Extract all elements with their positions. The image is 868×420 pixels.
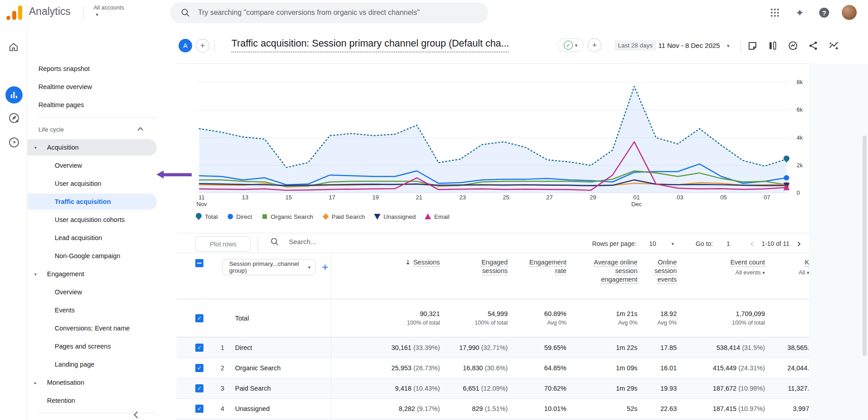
sidebar-item-pages-and-screens[interactable]: Pages and screens: [28, 337, 160, 355]
page-scrollbar[interactable]: [863, 136, 867, 356]
sidebar-item-landing-page[interactable]: Landing page: [28, 355, 160, 373]
legend-item-paid-search[interactable]: Paid Search: [322, 213, 365, 220]
gemini-sparkle-icon[interactable]: ✦: [794, 7, 806, 19]
sidebar-item-label: Retention: [47, 397, 75, 404]
sidebar-item-user-acquisition[interactable]: User acquisition: [28, 175, 160, 193]
sidebar-item-lead-acquisition[interactable]: Lead acquisition: [28, 229, 160, 247]
date-preset-badge[interactable]: Last 28 days: [614, 40, 656, 51]
user-avatar[interactable]: [842, 5, 857, 20]
legend-label: Direct: [236, 213, 252, 220]
sidebar-item-reports-snapshot[interactable]: Reports snapshot: [28, 60, 160, 78]
sidebar-item-user-acquisition-cohorts[interactable]: User acquisition cohorts: [28, 211, 160, 229]
rows-per-page-caret-icon[interactable]: ▾: [671, 241, 674, 247]
row-checkbox[interactable]: ✓: [195, 364, 203, 372]
row-checkbox[interactable]: ✓: [195, 314, 203, 322]
sidebar-item-acquisition[interactable]: ▾Acquisition: [28, 138, 160, 156]
add-segment-icon[interactable]: +: [196, 39, 209, 52]
global-search-bar[interactable]: Try searching "compare conversions from …: [170, 2, 488, 23]
sidebar-item-traffic-acquisition[interactable]: Traffic acquisition: [28, 193, 160, 211]
column-subfilter-event[interactable]: All events ▾: [677, 268, 765, 277]
tree-expanded-icon[interactable]: ▾: [34, 145, 37, 150]
sidebar-item-non-google-campaign[interactable]: Non-Google campaign: [28, 247, 160, 265]
row-checkbox[interactable]: ✓: [195, 405, 203, 413]
column-header-key[interactable]: KAll ▾: [765, 254, 809, 299]
row-checkbox[interactable]: ✓: [195, 384, 203, 392]
sidebar-item-overview[interactable]: Overview: [28, 283, 160, 301]
report-title[interactable]: Traffic acquisition: Session primary cha…: [231, 38, 509, 52]
sidebar-item-monetisation[interactable]: ▸Monetisation: [28, 373, 160, 392]
legend-item-email[interactable]: Email: [425, 213, 449, 220]
explore-icon[interactable]: [8, 112, 20, 124]
sidebar-item-user[interactable]: User: [28, 416, 160, 420]
table-row-organic-search[interactable]: ✓2Organic Search25,953 (28.73%)16,830 (3…: [176, 358, 809, 378]
property-avatar[interactable]: A: [179, 39, 192, 52]
comparison-icon[interactable]: [767, 40, 778, 51]
sidebar-item-realtime-pages[interactable]: Realtime pages: [28, 96, 160, 114]
plot-rows-button[interactable]: Plot rows: [195, 236, 251, 252]
chevron-up-icon[interactable]: [137, 127, 143, 133]
notes-icon[interactable]: [747, 40, 758, 51]
sidebar-item-engagement[interactable]: ▾Engagement: [28, 265, 160, 283]
column-header-sessions[interactable]: ↓Sessions: [331, 254, 440, 299]
advertising-icon[interactable]: [8, 137, 20, 148]
table-cell: 38,565.: [765, 337, 809, 358]
sidebar-item-realtime-overview[interactable]: Realtime overview: [28, 78, 160, 96]
help-icon[interactable]: ?: [819, 8, 829, 18]
legend-item-unassigned[interactable]: Unassigned: [374, 213, 415, 220]
row-checkbox[interactable]: ✓: [195, 344, 203, 352]
column-header-online[interactable]: Online session events: [637, 254, 677, 299]
column-header-engaged[interactable]: Engaged sessions: [440, 254, 508, 299]
next-page-icon[interactable]: ›: [797, 237, 801, 250]
home-icon[interactable]: [8, 42, 20, 53]
sidebar-item-life-cycle[interactable]: Life cycle: [28, 120, 160, 138]
account-switcher[interactable]: All accounts: [94, 5, 124, 11]
table-row-direct[interactable]: ✓1Direct30,161 (33.39%)17,990 (32.71%)59…: [176, 337, 809, 358]
prev-page-icon[interactable]: ‹: [750, 237, 755, 250]
table-row-unassigned[interactable]: ✓4Unassigned8,282 (9.17%)829 (1.51%)10.0…: [176, 398, 809, 419]
triangle-down-marker-icon: [374, 213, 381, 220]
goto-value[interactable]: 1: [726, 240, 730, 247]
sidebar-item-overview[interactable]: Overview: [28, 156, 160, 175]
add-dimension-icon[interactable]: +: [322, 261, 328, 274]
table-cell: 10.01%: [508, 399, 566, 419]
sidebar-item-events[interactable]: Events: [28, 301, 160, 319]
column-subfilter-key[interactable]: All ▾: [765, 268, 809, 277]
legend-item-total[interactable]: Total: [195, 213, 218, 220]
report-status-pill[interactable]: ✓ ▾: [557, 38, 584, 52]
account-caret-icon[interactable]: ▾: [96, 12, 99, 18]
y-axis-tick: 0: [797, 189, 800, 196]
sidebar-item-label: Landing page: [55, 361, 94, 368]
report-card: 02k4k6k8k 11Nov13151719212325272901Dec03…: [176, 63, 809, 420]
column-header-event[interactable]: Event countAll events ▾: [677, 254, 765, 299]
rows-per-page-value[interactable]: 10: [649, 240, 656, 247]
sidebar-item-retention[interactable]: Retention: [28, 392, 160, 410]
dimension-selector[interactable]: Session primary...channel group) ▾: [222, 259, 316, 275]
table-cell: 1,709,099100% of total: [677, 299, 765, 337]
legend-item-organic-search[interactable]: Organic Search: [261, 213, 313, 220]
header-divider-2: [741, 40, 741, 52]
share-icon[interactable]: [808, 40, 819, 51]
table-row-paid-search[interactable]: ✓3Paid Search9,418 (10.43%)6,651 (12.09%…: [176, 378, 809, 398]
sparkline-insights-icon[interactable]: [828, 40, 839, 51]
tree-expanded-icon[interactable]: ▾: [34, 272, 37, 277]
analytics-logo-icon[interactable]: [6, 5, 24, 21]
tree-collapsed-icon[interactable]: ▸: [34, 380, 37, 385]
date-caret-icon[interactable]: ▾: [727, 43, 730, 49]
date-range-selector[interactable]: 11 Nov - 8 Dec 2025: [658, 42, 720, 49]
sidebar-item-label: Non-Google campaign: [55, 252, 120, 260]
column-header-rate[interactable]: Engagement rate: [508, 254, 566, 299]
table-cell: 90,321100% of total: [331, 299, 440, 337]
table-cell: 9,418 (10.43%): [331, 378, 440, 398]
add-comparison-icon[interactable]: +: [588, 38, 601, 52]
table-cell: 11,327.: [765, 378, 809, 398]
legend-item-direct[interactable]: Direct: [227, 213, 252, 220]
select-all-checkbox[interactable]: [195, 259, 203, 267]
apps-grid-icon[interactable]: [769, 7, 781, 19]
reports-icon-active[interactable]: [5, 86, 23, 104]
goto-label: Go to:: [696, 240, 713, 247]
column-header-avg[interactable]: Average online session engagement: [566, 254, 637, 299]
table-search[interactable]: Search...: [270, 237, 316, 246]
x-axis-tick: 11Nov: [188, 194, 215, 208]
insights-icon[interactable]: [788, 40, 798, 51]
sidebar-item-conversions-event-name[interactable]: Conversions: Event name: [28, 319, 160, 337]
